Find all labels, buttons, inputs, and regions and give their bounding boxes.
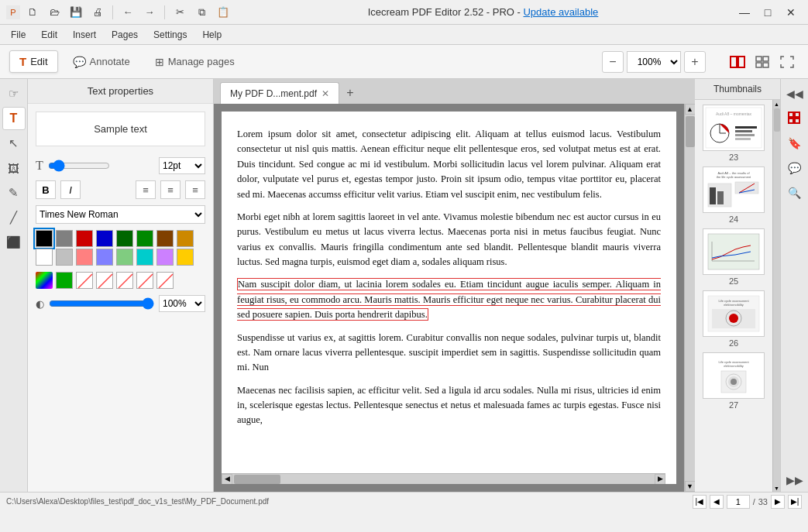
print-btn[interactable]: 🖨 [88, 3, 107, 22]
svg-text:P: P [10, 8, 15, 17]
rs-comment-btn[interactable]: 💬 [783, 156, 806, 180]
color-darkgreen[interactable] [116, 230, 133, 247]
edit-mode-btn[interactable]: T Edit [9, 50, 58, 73]
cursor-btn[interactable]: ↖ [2, 132, 26, 155]
redact-btn[interactable]: ⬛ [2, 231, 26, 254]
thumbnail-24[interactable]: Audi A8 – the results of the life cycle … [698, 166, 769, 224]
thumb-vscroll-thumb[interactable] [774, 108, 780, 132]
cut-btn[interactable]: ✂ [170, 3, 189, 22]
color-green-solid[interactable] [56, 272, 73, 289]
opacity-select[interactable]: 100% 75% 50% 25% [159, 295, 205, 312]
color-ltgreen[interactable] [116, 249, 133, 266]
copy-btn[interactable]: ⧉ [192, 3, 211, 22]
color-ltblue[interactable] [96, 249, 113, 266]
color-picker-rainbow[interactable] [36, 272, 53, 289]
pdf-tab[interactable]: My PDF D...ment.pdf ✕ [220, 82, 339, 104]
image-btn[interactable]: 🖼 [2, 156, 26, 180]
last-page-btn[interactable]: ▶| [788, 495, 802, 509]
color-brown[interactable] [156, 230, 174, 247]
color-none-4[interactable] [136, 272, 153, 289]
color-ltred[interactable] [76, 249, 93, 266]
update-link[interactable]: Update available [523, 6, 598, 18]
hscroll-left[interactable]: ◀ [222, 474, 232, 485]
mode-toolbar: T Edit 💬 Annotate ⊞ Manage pages − 100% … [0, 45, 808, 79]
menu-help[interactable]: Help [196, 28, 228, 42]
undo-btn[interactable]: ← [119, 3, 137, 22]
paste-btn[interactable]: 📋 [214, 3, 232, 22]
color-purple[interactable] [156, 249, 174, 266]
align-center-btn[interactable]: ≡ [160, 180, 181, 199]
thumbnails-icon [788, 112, 802, 125]
vscroll-up[interactable]: ▲ [685, 104, 696, 115]
text-tool-btn[interactable]: T [2, 107, 26, 130]
align-right-btn[interactable]: ≡ [185, 180, 205, 199]
thumbnail-23[interactable]: Audi A8 – momentax 23 [698, 105, 769, 162]
menu-edit[interactable]: Edit [35, 28, 64, 42]
color-orange[interactable] [177, 230, 194, 247]
first-page-btn[interactable]: |◀ [693, 495, 707, 509]
tab-close-btn[interactable]: ✕ [321, 88, 329, 99]
menu-settings[interactable]: Settings [147, 28, 193, 42]
zoom-out-btn[interactable]: − [602, 51, 624, 73]
rs-thumbnails-btn[interactable] [783, 107, 806, 130]
color-white[interactable] [36, 249, 53, 266]
grid-btn[interactable] [751, 50, 774, 74]
color-teal[interactable] [136, 249, 153, 266]
rs-search-btn[interactable]: 🔍 [783, 181, 806, 204]
rs-prev-btn[interactable]: ◀◀ [783, 82, 806, 105]
color-none-3[interactable] [116, 272, 133, 289]
font-family-select[interactable]: Times New Roman Arial Helvetica Georgia [36, 205, 205, 224]
thumb-vscroll-down[interactable]: ▼ [773, 484, 781, 492]
zoom-select[interactable]: 100% 75% 125% 150% [627, 51, 681, 73]
minimize-btn[interactable]: — [734, 2, 755, 23]
hscroll-right[interactable]: ▶ [655, 474, 665, 485]
color-yellow[interactable] [177, 249, 194, 266]
thumbnail-27[interactable]: Life cycle assessment elektromobility 27 [698, 352, 769, 410]
italic-btn[interactable]: I [60, 180, 81, 199]
color-none-2[interactable] [96, 272, 113, 289]
color-red[interactable] [76, 230, 93, 247]
next-page-btn[interactable]: ▶ [771, 495, 785, 509]
annotate-mode-btn[interactable]: 💬 Annotate [63, 51, 140, 73]
nav-btn[interactable]: ☞ [2, 82, 26, 105]
close-btn[interactable]: ✕ [780, 2, 802, 23]
font-size-row: T 12pt 8pt 10pt 14pt 18pt 24pt [28, 154, 213, 177]
fullscreen-btn[interactable] [775, 50, 799, 74]
menu-pages[interactable]: Pages [105, 28, 144, 42]
split-h-btn[interactable] [726, 50, 749, 74]
zoom-in-btn[interactable]: + [684, 51, 706, 73]
align-left-btn[interactable]: ≡ [136, 180, 156, 199]
hscroll-thumb[interactable] [234, 475, 280, 484]
color-none-5[interactable] [156, 272, 174, 289]
bold-btn[interactable]: B [36, 180, 56, 199]
draw-btn[interactable]: ✎ [2, 181, 26, 204]
vscroll-down[interactable]: ▼ [685, 481, 696, 492]
rs-bookmark-btn[interactable]: 🔖 [783, 132, 806, 155]
color-ltgray[interactable] [56, 249, 73, 266]
redo-btn[interactable]: → [140, 3, 159, 22]
current-page-input[interactable] [727, 495, 750, 509]
save-btn[interactable]: 💾 [67, 3, 85, 22]
manage-pages-btn[interactable]: ⊞ Manage pages [145, 51, 245, 73]
color-green2[interactable] [136, 230, 153, 247]
opacity-slider[interactable] [49, 297, 154, 310]
open-btn[interactable]: 🗁 [45, 3, 64, 22]
maximize-btn[interactable]: □ [757, 2, 779, 23]
color-blue[interactable] [96, 230, 113, 247]
color-black[interactable] [36, 230, 53, 247]
line-btn[interactable]: ╱ [2, 206, 26, 229]
new-btn[interactable]: 🗋 [23, 3, 42, 22]
color-none-1[interactable] [76, 272, 93, 289]
rs-next-btn[interactable]: ▶▶ [783, 469, 806, 492]
vscroll-thumb[interactable] [686, 116, 695, 147]
thumbnail-25[interactable]: 25 [698, 228, 769, 286]
thumbnail-26[interactable]: Life cycle assessment elektromobility 26 [698, 290, 769, 348]
menu-file[interactable]: File [5, 28, 32, 42]
font-size-select[interactable]: 12pt 8pt 10pt 14pt 18pt 24pt [159, 157, 205, 174]
font-size-slider[interactable] [48, 160, 110, 172]
color-gray[interactable] [56, 230, 73, 247]
menu-insert[interactable]: Insert [67, 28, 102, 42]
prev-page-btn[interactable]: ◀ [710, 495, 724, 509]
thumb-vscroll-up[interactable]: ▲ [773, 100, 781, 108]
add-tab-btn[interactable]: + [339, 82, 361, 104]
